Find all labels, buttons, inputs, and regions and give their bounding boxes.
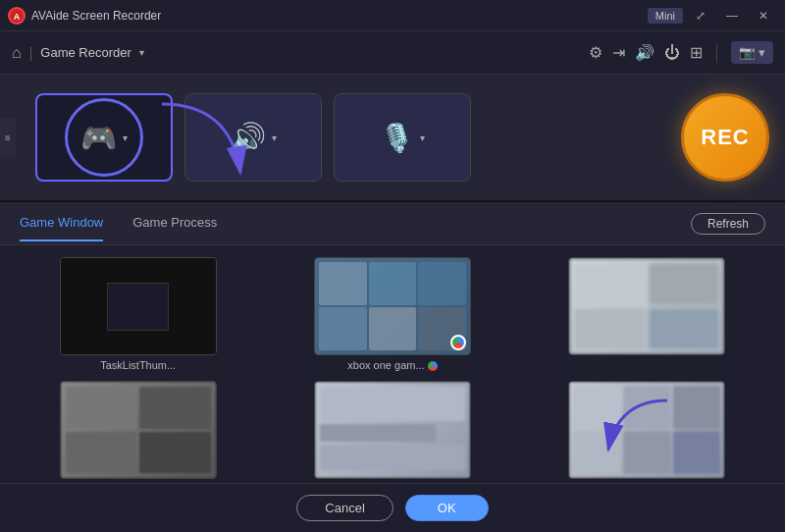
title-controls: Mini ⤢ — ✕ — [648, 5, 777, 27]
refresh-button[interactable]: Refresh — [691, 213, 765, 235]
toolbar-right: ⚙ ⇥ 🔊 ⏻ ⊞ 📷 ▾ — [589, 41, 773, 64]
pin-button[interactable]: ⤢ — [687, 5, 714, 27]
close-button[interactable]: ✕ — [750, 5, 777, 27]
home-icon[interactable]: ⌂ — [12, 44, 22, 62]
window-thumb-2 — [314, 257, 471, 355]
window-label-1: TaskListThum... — [100, 359, 176, 371]
app-icon: A — [8, 7, 26, 25]
window-item-5[interactable] — [270, 381, 514, 483]
game-controller-icon: 🎮 — [80, 121, 117, 155]
mini-button[interactable]: Mini — [648, 8, 683, 24]
svg-text:A: A — [14, 12, 21, 22]
ok-arrow-annotation — [589, 391, 706, 473]
window-item-2[interactable]: xbox one gam... — [270, 257, 514, 371]
arrow-annotation — [152, 94, 270, 196]
breadcrumb-text: Game Recorder — [40, 45, 131, 60]
chrome-badge — [450, 335, 466, 350]
camera-icon: 📷 — [739, 45, 756, 60]
mic-source-card[interactable]: 🎙️ ▾ — [334, 93, 471, 182]
window-item-3[interactable] — [525, 257, 769, 371]
breadcrumb-dropdown-icon[interactable]: ▾ — [139, 47, 144, 58]
action-bar: Cancel OK — [0, 483, 785, 532]
top-toolbar: ⌂ | Game Recorder ▾ ⚙ ⇥ 🔊 ⏻ ⊞ 📷 ▾ — [0, 31, 785, 75]
title-left: A AVAide Screen Recorder — [8, 7, 161, 25]
window-thumb-3 — [568, 257, 725, 355]
grid-icon[interactable]: ⊞ — [690, 43, 703, 62]
ok-button[interactable]: OK — [405, 495, 489, 521]
export-icon[interactable]: ⇥ — [612, 43, 625, 62]
mic-dropdown-icon: ▾ — [420, 133, 425, 143]
window-thumb-4 — [60, 381, 217, 479]
sidebar-toggle[interactable]: ≡ — [0, 118, 16, 157]
mic-icon: 🎙️ — [380, 122, 414, 154]
title-bar: A AVAide Screen Recorder Mini ⤢ — ✕ — [0, 0, 785, 31]
app-title: AVAide Screen Recorder — [31, 9, 161, 23]
window-item-1[interactable]: TaskListThum... — [16, 257, 260, 371]
tab-game-process[interactable]: Game Process — [132, 205, 217, 241]
tabs-bar: Game Window Game Process Refresh — [0, 202, 785, 245]
toolbar-separator: | — [29, 45, 33, 61]
rec-button[interactable]: REC — [681, 93, 769, 182]
tab-game-window[interactable]: Game Window — [20, 205, 103, 241]
audio-dropdown-icon: ▾ — [272, 133, 277, 143]
window-thumb-1 — [60, 257, 217, 355]
window-thumb-5 — [314, 381, 471, 479]
minimize-button[interactable]: — — [718, 5, 746, 27]
rec-label: REC — [701, 125, 749, 150]
camera-dropdown-icon: ▾ — [759, 45, 765, 60]
settings-icon[interactable]: ⚙ — [589, 43, 602, 62]
recorder-area: ≡ 🎮 ▾ 🔊 ▾ 🎙️ ▾ — [0, 75, 785, 202]
power-icon[interactable]: ⏻ — [664, 44, 680, 62]
game-dropdown-icon: ▾ — [123, 133, 128, 143]
window-label-2: xbox one gam... — [347, 359, 437, 371]
cancel-button[interactable]: Cancel — [296, 495, 392, 521]
camera-button[interactable]: 📷 ▾ — [731, 41, 773, 64]
divider — [716, 43, 717, 63]
main-container: ≡ 🎮 ▾ 🔊 ▾ 🎙️ ▾ — [0, 75, 785, 532]
window-item-4[interactable] — [16, 381, 260, 483]
audio-icon[interactable]: 🔊 — [635, 43, 654, 62]
